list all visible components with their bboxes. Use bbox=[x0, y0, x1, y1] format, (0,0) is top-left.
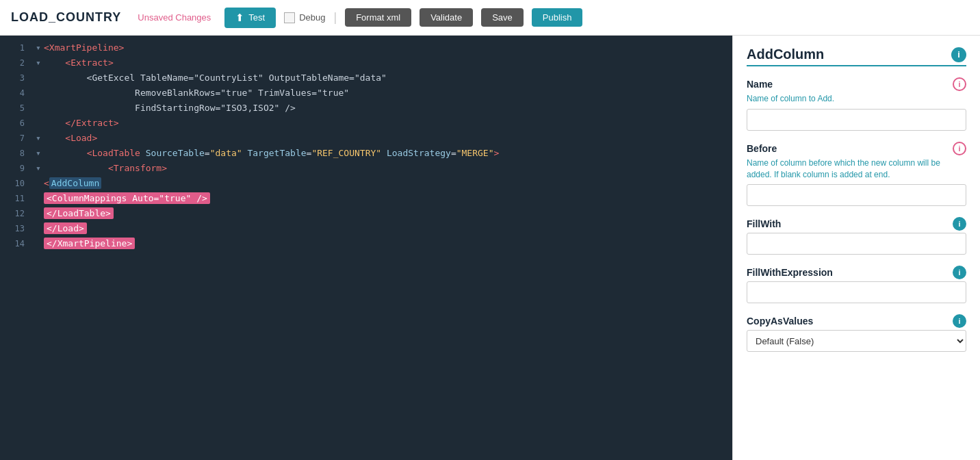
field-label-before: Before bbox=[747, 143, 777, 154]
format-xml-button[interactable]: Format xml bbox=[345, 8, 411, 27]
field-info-icon-fillwith[interactable]: i bbox=[953, 217, 966, 231]
debug-label: Debug bbox=[284, 12, 325, 23]
debug-checkbox[interactable] bbox=[284, 12, 295, 23]
field-label-name: Name bbox=[747, 79, 773, 90]
code-line: 9▾ <Transform> bbox=[0, 162, 732, 177]
test-button[interactable]: ⬆ Test bbox=[224, 8, 276, 28]
field-info-icon-name[interactable]: i bbox=[953, 77, 966, 91]
fold-toggle[interactable]: ▾ bbox=[36, 146, 41, 161]
field-label-row-copyasvalues: CopyAsValuesi bbox=[747, 314, 966, 328]
code-line: 12 </LoadTable> bbox=[0, 207, 732, 222]
save-button[interactable]: Save bbox=[481, 8, 524, 27]
code-content: <ColumnMappings Auto="true" /> bbox=[44, 192, 210, 206]
line-number: 6 bbox=[5, 116, 25, 130]
code-line: 4 RemoveBlankRows="true" TrimValues="tru… bbox=[0, 86, 732, 101]
panel-title: AddColumn bbox=[747, 47, 824, 62]
field-info-icon-copyasvalues[interactable]: i bbox=[953, 314, 966, 328]
field-label-fillwith: FillWith bbox=[747, 218, 781, 229]
field-desc-before: Name of column before which the new colu… bbox=[747, 157, 966, 181]
field-input-fillwithexpression[interactable] bbox=[747, 281, 966, 303]
field-label-fillwithexpression: FillWithExpression bbox=[747, 267, 833, 278]
field-section-before: BeforeiName of column before which the n… bbox=[747, 142, 966, 207]
line-number: 11 bbox=[5, 192, 25, 205]
main-area: 1▾<XmartPipeline>2▾ <Extract>3 <GetExcel… bbox=[0, 36, 980, 460]
divider: | bbox=[333, 10, 337, 25]
code-line: 6 </Extract> bbox=[0, 116, 732, 131]
code-line: 1▾<XmartPipeline> bbox=[0, 41, 732, 56]
line-number: 3 bbox=[5, 71, 25, 85]
unsaved-changes-label: Unsaved Changes bbox=[138, 12, 211, 23]
field-label-row-name: Namei bbox=[747, 77, 966, 91]
field-section-copyasvalues: CopyAsValuesiDefault (False)TrueFalse bbox=[747, 314, 966, 352]
code-line: 10 <AddColumn bbox=[0, 177, 732, 192]
line-number: 1 bbox=[5, 41, 25, 55]
code-content: </Extract> bbox=[44, 116, 119, 131]
code-line: 13 </Load> bbox=[0, 222, 732, 237]
field-input-before[interactable] bbox=[747, 184, 966, 206]
line-number: 14 bbox=[5, 237, 25, 251]
field-label-copyasvalues: CopyAsValues bbox=[747, 316, 813, 327]
line-number: 2 bbox=[5, 56, 25, 70]
code-content: <AddColumn bbox=[44, 177, 101, 191]
field-section-fillwith: FillWithi bbox=[747, 217, 966, 255]
fold-toggle[interactable]: ▾ bbox=[36, 41, 41, 55]
field-label-row-fillwith: FillWithi bbox=[747, 217, 966, 231]
code-content: <LoadTable SourceTable="data" TargetTabl… bbox=[44, 146, 499, 161]
code-line: 11 <ColumnMappings Auto="true" /> bbox=[0, 192, 732, 207]
line-number: 5 bbox=[5, 101, 25, 115]
fold-toggle[interactable]: ▾ bbox=[36, 56, 41, 71]
line-number: 4 bbox=[5, 86, 25, 100]
code-line: 7▾ <Load> bbox=[0, 131, 732, 146]
panel-info-icon[interactable]: i bbox=[951, 47, 966, 62]
fold-toggle[interactable]: ▾ bbox=[36, 131, 41, 146]
field-desc-name: Name of column to Add. bbox=[747, 93, 966, 105]
publish-button[interactable]: Publish bbox=[532, 8, 583, 27]
field-input-name[interactable] bbox=[747, 109, 966, 131]
code-content: <Load> bbox=[44, 131, 97, 146]
field-section-name: NameiName of column to Add. bbox=[747, 77, 966, 131]
line-number: 12 bbox=[5, 207, 25, 220]
code-content: </XmartPipeline> bbox=[44, 237, 135, 251]
page-title: LOAD_COUNTRY bbox=[11, 10, 121, 25]
code-content: <Transform> bbox=[44, 162, 167, 176]
code-content: FindStartingRow="ISO3,ISO2" /> bbox=[44, 101, 296, 116]
code-line: 3 <GetExcel TableName="CountryList" Outp… bbox=[0, 71, 732, 86]
field-label-row-before: Beforei bbox=[747, 142, 966, 155]
line-number: 9 bbox=[5, 162, 25, 175]
line-number: 7 bbox=[5, 131, 25, 145]
code-content: <XmartPipeline> bbox=[44, 41, 124, 55]
code-line: 2▾ <Extract> bbox=[0, 56, 732, 71]
field-info-icon-fillwithexpression[interactable]: i bbox=[953, 266, 966, 279]
line-number: 13 bbox=[5, 222, 25, 235]
field-select-copyasvalues[interactable]: Default (False)TrueFalse bbox=[747, 330, 966, 352]
line-number: 10 bbox=[5, 177, 25, 190]
upload-icon: ⬆ bbox=[235, 12, 244, 24]
code-content: </Load> bbox=[44, 222, 87, 236]
panel-divider bbox=[747, 65, 966, 66]
panel-header: AddColumn i bbox=[747, 47, 966, 62]
code-content: </LoadTable> bbox=[44, 207, 114, 221]
field-label-row-fillwithexpression: FillWithExpressioni bbox=[747, 266, 966, 279]
field-info-icon-before[interactable]: i bbox=[953, 142, 966, 155]
code-editor[interactable]: 1▾<XmartPipeline>2▾ <Extract>3 <GetExcel… bbox=[0, 36, 732, 460]
code-content: <GetExcel TableName="CountryList" Output… bbox=[44, 71, 387, 86]
right-panel: AddColumn i NameiName of column to Add.B… bbox=[732, 36, 980, 460]
validate-button[interactable]: Validate bbox=[420, 8, 473, 27]
line-number: 8 bbox=[5, 146, 25, 160]
field-input-fillwith[interactable] bbox=[747, 233, 966, 255]
field-section-fillwithexpression: FillWithExpressioni bbox=[747, 266, 966, 303]
code-line: 14 </XmartPipeline> bbox=[0, 237, 732, 252]
header: LOAD_COUNTRY Unsaved Changes ⬆ Test Debu… bbox=[0, 0, 980, 36]
code-line: 5 FindStartingRow="ISO3,ISO2" /> bbox=[0, 101, 732, 116]
panel-fields: NameiName of column to Add.BeforeiName o… bbox=[747, 77, 966, 352]
code-content: RemoveBlankRows="true" TrimValues="true" bbox=[44, 86, 349, 101]
code-line: 8▾ <LoadTable SourceTable="data" TargetT… bbox=[0, 146, 732, 162]
fold-toggle[interactable]: ▾ bbox=[36, 162, 41, 176]
code-content: <Extract> bbox=[44, 56, 114, 71]
